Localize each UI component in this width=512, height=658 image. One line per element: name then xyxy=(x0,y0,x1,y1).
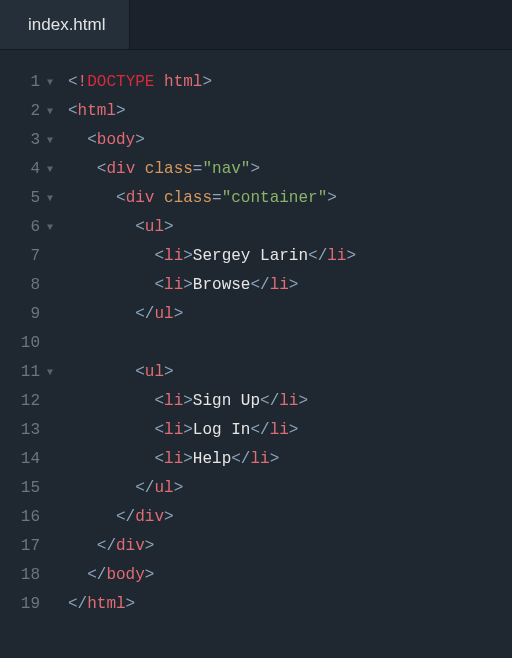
gutter-line[interactable]: 4▼ xyxy=(0,155,60,184)
code-line: </ul> xyxy=(60,300,512,329)
gutter-line[interactable]: 18▼ xyxy=(0,561,60,590)
gutter-line[interactable]: 14▼ xyxy=(0,445,60,474)
code-line: </div> xyxy=(60,532,512,561)
gutter-line[interactable]: 8▼ xyxy=(0,271,60,300)
gutter-line[interactable]: 17▼ xyxy=(0,532,60,561)
gutter-line[interactable]: 9▼ xyxy=(0,300,60,329)
gutter-line[interactable]: 1▼ xyxy=(0,68,60,97)
code-line: <div class="nav"> xyxy=(60,155,512,184)
gutter-line[interactable]: 15▼ xyxy=(0,474,60,503)
code-line: <li>Sign Up</li> xyxy=(60,387,512,416)
fold-icon[interactable]: ▼ xyxy=(46,155,54,184)
fold-icon[interactable]: ▼ xyxy=(46,358,54,387)
gutter: 1▼ 2▼ 3▼ 4▼ 5▼ 6▼ 7▼ 8▼ 9▼ 10▼ 11▼ 12▼ 1… xyxy=(0,68,60,619)
fold-icon[interactable]: ▼ xyxy=(46,184,54,213)
tab-bar: index.html xyxy=(0,0,512,50)
code-line: <body> xyxy=(60,126,512,155)
code-line: <li>Browse</li> xyxy=(60,271,512,300)
fold-icon[interactable]: ▼ xyxy=(46,126,54,155)
gutter-line[interactable]: 2▼ xyxy=(0,97,60,126)
code-line: <li>Help</li> xyxy=(60,445,512,474)
code-editor[interactable]: 1▼ 2▼ 3▼ 4▼ 5▼ 6▼ 7▼ 8▼ 9▼ 10▼ 11▼ 12▼ 1… xyxy=(0,50,512,619)
gutter-line[interactable]: 19▼ xyxy=(0,590,60,619)
gutter-line[interactable]: 16▼ xyxy=(0,503,60,532)
code-line: <!DOCTYPE html> xyxy=(60,68,512,97)
code-line: <div class="container"> xyxy=(60,184,512,213)
code-line: <li>Log In</li> xyxy=(60,416,512,445)
gutter-line[interactable]: 6▼ xyxy=(0,213,60,242)
fold-icon[interactable]: ▼ xyxy=(46,213,54,242)
code-line xyxy=(60,329,512,358)
fold-icon[interactable]: ▼ xyxy=(46,68,54,97)
fold-icon[interactable]: ▼ xyxy=(46,97,54,126)
code-line: </ul> xyxy=(60,474,512,503)
gutter-line[interactable]: 11▼ xyxy=(0,358,60,387)
code-line: <ul> xyxy=(60,358,512,387)
text-sergey-larin: Sergey Larin xyxy=(193,247,308,265)
code-line: </div> xyxy=(60,503,512,532)
gutter-line[interactable]: 5▼ xyxy=(0,184,60,213)
text-browse: Browse xyxy=(193,276,251,294)
code-line: <html> xyxy=(60,97,512,126)
text-log-in: Log In xyxy=(193,421,251,439)
code-line: <li>Sergey Larin</li> xyxy=(60,242,512,271)
gutter-line[interactable]: 7▼ xyxy=(0,242,60,271)
gutter-line[interactable]: 3▼ xyxy=(0,126,60,155)
code-area[interactable]: <!DOCTYPE html> <html> <body> <div class… xyxy=(60,68,512,619)
tab-label: index.html xyxy=(28,15,105,35)
text-sign-up: Sign Up xyxy=(193,392,260,410)
code-line: <ul> xyxy=(60,213,512,242)
gutter-line[interactable]: 12▼ xyxy=(0,387,60,416)
gutter-line[interactable]: 10▼ xyxy=(0,329,60,358)
text-help: Help xyxy=(193,450,231,468)
tab-index-html[interactable]: index.html xyxy=(0,0,130,49)
gutter-line[interactable]: 13▼ xyxy=(0,416,60,445)
code-line: </html> xyxy=(60,590,512,619)
code-line: </body> xyxy=(60,561,512,590)
